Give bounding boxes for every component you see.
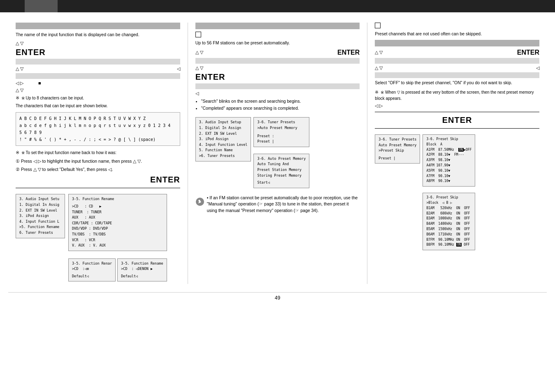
col2-tuner-title: 3-6. Tuner Presets [257,120,306,125]
col2-bullet1: "Search" blinks on the screen and search… [201,98,360,105]
col2-tuner-preset1: Preset : [257,134,306,139]
col1-header-bar [16,23,180,29]
col1-star2: ※ [16,150,19,155]
col1-screen-rename3: 3-5. Function Rename >CD : ◁DENON ▶ Defa… [117,258,167,282]
col2-subbar2 [195,83,360,89]
col3-screen-skip2: 3-6. Preset Skip >Block ◁ B ▷ B1AM 520kH… [423,193,475,250]
col3-nav3: ◁ ▷ [375,103,539,108]
col2-enter-row: ENTER [195,72,360,82]
col3-screen-skip1: 3-6. Preset Skip Block A A1FM 87.50MHz O… [423,134,475,187]
col1-enter2-row: ENTER [16,175,180,184]
col3-skip1-a7: A7FM 90.10▼ [426,174,471,179]
col1-screens-row: 3. Audio Input Setu 1. Digital In Assig … [16,191,180,284]
col1-screen-rename2: 3-5. Function Renar >CD :◁⊞ Default◁ [68,258,116,282]
col3-skip-screens: 3-6. Preset Skip Block A A1FM 87.50MHz O… [423,132,475,253]
col1-char-box: A B C D E F G H I J K L M N O P Q R S T … [16,112,180,146]
col2-nav1-arrows: △ ▽ [195,50,203,55]
col1-nav1: △ ▽ [16,41,180,46]
col1-screen-audio-l6: 6. Tuner Presets [19,230,61,236]
col2-auto-l1: Auto Tuning And [257,161,306,167]
col1-rename1-title: 3-5. Function Rename [72,196,163,202]
col2-checkbox [195,32,201,37]
col1-nav3b-arrows: △ ▽ [16,88,23,93]
col2-header-bar [195,23,360,29]
col3-skip2-b1: B1AM 520kHz ON OFF [426,206,471,211]
col1-note2: The characters that can be input are sho… [16,103,180,109]
col2-audio-l2: 2. EXT IN SW Level [199,131,248,137]
col3-skip2-title: 3-6. Preset Skip [426,195,471,201]
col3-screen-tuner: 3-6. Tuner Presets Auto Preset Memory >P… [375,134,420,164]
col2-pencil-row: • If an FM station cannot be preset auto… [195,195,360,217]
col1-char-row2: a b c d e f g h i j k l m n o p q r s t … [19,122,176,129]
page-number: 49 [8,292,547,301]
col2-screen-audio: 3. Audio Input Setup 1. Digital In Assig… [195,117,251,161]
col2-nav2-arrows: △ ▽ [195,65,203,71]
col2-enter-label: ENTER [195,72,225,82]
main-columns: The name of the input function that is d… [8,23,547,284]
col1-screen-rename1: 3-5. Function Rename >CD : CD ▶ TUNER : … [68,194,167,251]
col3-skip2-b8: B8FM 90.10MHz ON OFF [426,242,471,248]
col3-skip2-b7: B7FM 90.10MHz ON OFF [426,238,471,243]
col2-audio-l6: >6. Tuner Presets [199,153,248,159]
col1-divider [16,188,180,188]
col2-bullets: "Search" blinks on the screen and search… [195,98,360,112]
col1-rename3-default: Default◁ [121,274,163,279]
col3-divider2 [375,128,539,129]
col2-checkbox-row [195,32,360,37]
col2-audio-l1: 1. Digital In Assign [199,125,248,131]
col3-tuner-l2: >Preset Skip [379,148,416,154]
col2-auto-title: 3-6. Auto Preset Memory [257,156,306,162]
col2-audio-l4: 4. Input Function Level [199,142,248,148]
col2-subbar1 [195,58,360,64]
col3-nav2-arrows: △ ▽ [375,65,383,71]
col1-nav2-arrows: △ ▽ [16,66,23,71]
col3-enter-label: ENTER [442,115,472,125]
col1-subbar1 [16,59,180,65]
col2-auto-start: Start◁ [257,180,306,186]
col1-screen-audio-l4: 4. Input Function L [19,219,61,225]
col2-nav3: ◁ [195,91,360,96]
col3-skip1-a8: A8FM 90.10▼ [426,179,471,184]
col2-pencil-text: • If an FM station cannot be preset auto… [207,195,360,214]
top-bar [0,0,555,12]
col3-tuner-preset: Preset | [379,156,416,161]
col1-rename3-title: 3-5. Function Rename [121,261,163,267]
col1-rename-pair: 3-5. Function Renar >CD :◁⊞ Default◁ 3-5… [68,256,167,284]
col1-rename2-default: Default◁ [72,274,112,279]
col3-skip2-b2: B2AM 600kHz ON OFF [426,211,471,217]
col1-subbar2 [16,73,180,79]
col2-audio-l5: 5. Function Name [199,148,248,153]
column-2: Up to 56 FM stations can be preset autom… [188,23,368,284]
col2-nav3-left: ◁ [195,91,199,96]
col2-audio-l3: 3. iPod Assign [199,136,248,142]
col1-note3: ※ ※ To set the input function name back … [16,149,180,156]
pencil-icon [195,197,204,206]
col3-enter-row: ENTER [375,115,539,125]
col3-skip1-a4: A4FM 107.90▼ [426,163,471,168]
col3-nav1: △ ▽ ENTER [375,49,539,56]
col1-char-row3: 5 6 7 8 9 [19,129,176,136]
col3-star1: ※ [375,90,379,95]
col2-tuner-l1: >Auto Preset Memory [257,125,306,131]
col3-skip1-a5: A5FM 90.10▼ [426,168,471,174]
col2-screen-tuner: 3-6. Tuner Presets >Auto Preset Memory P… [253,117,309,147]
col3-note2: ※ ※ When ▽ is pressed at the very bottom… [375,89,539,102]
page: The name of the input function that is d… [0,0,555,392]
col1-screen-audio-l3: 3. iPod Assign [19,213,61,219]
col2-screens: 3. Audio Input Setup 1. Digital In Assig… [195,115,360,190]
col3-nav2-left: ◁ [536,65,539,71]
col3-skip1-title: 3-6. Preset Skip [426,137,471,142]
col3-intro: Preset channels that are not used often … [375,31,539,37]
col3-nav1-arrows: △ ▽ [375,50,383,55]
col3-tuner-l1: Auto Preset Memory [379,143,416,148]
col1-screen-audio-l2: 2. EXT IN SW Level [19,208,61,214]
col3-skip1-a1: A1FM 87.50MHz ON▶OFF [426,148,471,153]
col1-nested-screens: 3-5. Function Rename >CD : CD ▶ TUNER : … [68,191,167,284]
col2-bullet2: "Completed" appears once searching is co… [201,105,360,112]
col2-auto-l3: Storing Preset Memory [257,173,306,179]
col3-nav1-enter: ENTER [517,49,539,56]
col2-auto-l2: Preset Station Memory [257,167,306,173]
col2-nav1-enter: ENTER [337,49,360,56]
column-3: Preset channels that are not used often … [367,23,547,284]
col1-nav3-block: ■ [38,81,41,85]
